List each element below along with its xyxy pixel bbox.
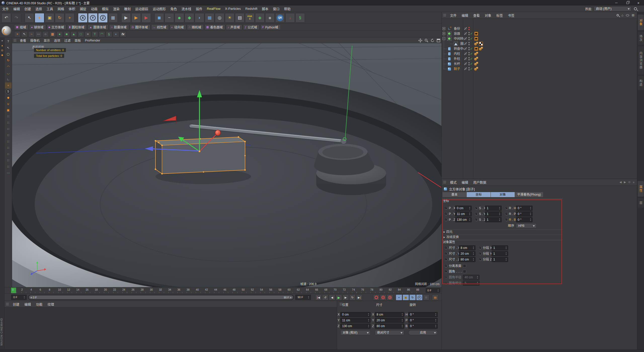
key-radio[interactable]: [444, 246, 448, 249]
mograph-button[interactable]: ~: [28, 31, 35, 37]
vp-menu-options[interactable]: 选项: [52, 38, 62, 43]
mode-button[interactable]: ∷: [5, 126, 12, 132]
close-button[interactable]: [633, 0, 644, 6]
menu-item[interactable]: 动画: [89, 6, 100, 11]
field-button[interactable]: ƒ公式域: [243, 24, 260, 30]
menu-item[interactable]: 流水线: [179, 6, 193, 11]
toolbar-button[interactable]: §: [295, 13, 305, 23]
menu-item[interactable]: 雕刻: [122, 6, 133, 11]
key-radio[interactable]: [475, 218, 478, 221]
phong-tag-icon[interactable]: [479, 47, 483, 51]
key-radio[interactable]: [505, 206, 508, 210]
menu-item[interactable]: 角色: [168, 6, 179, 11]
toolbar-button[interactable]: ▣: [45, 13, 54, 23]
py-field[interactable]: 11 cm: [455, 211, 472, 216]
field-button[interactable]: ▣组域: [14, 24, 28, 30]
field-button[interactable]: PPython域: [260, 24, 281, 30]
tab-takes[interactable]: 场次: [638, 32, 644, 45]
visibility-dots[interactable]: [468, 57, 470, 61]
segy-field[interactable]: 1: [492, 251, 508, 256]
mode-button[interactable]: ◠: [5, 64, 12, 70]
mode-button[interactable]: ∷: [5, 157, 12, 163]
am-menu-userdata[interactable]: 用户数据: [471, 180, 489, 185]
add-view-icon[interactable]: ⊞: [632, 13, 634, 17]
uvw-tag-icon[interactable]: [479, 42, 483, 46]
mode-button[interactable]: ↖: [5, 45, 12, 51]
mode-button[interactable]: ∷: [5, 139, 12, 145]
sz-field[interactable]: 1: [485, 217, 502, 222]
vp-menu-panel[interactable]: 面板: [73, 38, 83, 43]
mograph-button[interactable]: ≈: [85, 31, 91, 37]
enabled-check-icon[interactable]: [470, 47, 473, 51]
vp-menu-camera[interactable]: 摄像机: [28, 38, 42, 43]
menu-item[interactable]: 体积: [66, 6, 77, 11]
menu-item[interactable]: 网格: [55, 6, 66, 11]
segx-field[interactable]: 1: [492, 245, 508, 250]
menu-item[interactable]: X-Particles: [223, 7, 243, 11]
menu-item[interactable]: 渲染: [111, 6, 122, 11]
home-icon[interactable]: ⌂: [621, 13, 623, 17]
toolbar-button[interactable]: ◈: [255, 13, 265, 23]
toolbar-button[interactable]: ~: [165, 13, 174, 23]
ruler-frame-spinner[interactable]: 0 F: [426, 288, 440, 293]
mat-menu-edit[interactable]: 编辑: [22, 302, 33, 306]
mode-button[interactable]: ∷: [5, 113, 12, 119]
menu-item[interactable]: 模拟: [100, 6, 111, 11]
separate-surfaces-checkbox[interactable]: [463, 264, 466, 268]
object-row-turntable[interactable]: 中间转盘: [442, 36, 637, 41]
field-button[interactable]: ◎圆环体域: [130, 24, 150, 30]
toolbar-button[interactable]: ▦: [205, 13, 214, 23]
tab-content-browser[interactable]: 内容浏览器: [638, 46, 644, 74]
field-button[interactable]: ■立方体域: [47, 24, 67, 30]
key-radio[interactable]: [444, 270, 448, 273]
mograph-button[interactable]: ■: [63, 31, 70, 37]
vp-menu-prorender[interactable]: ProRender: [83, 39, 102, 42]
key-radio[interactable]: [444, 252, 448, 255]
menu-item[interactable]: 运动图形: [150, 6, 168, 11]
keying-toggle-button[interactable]: ∷: [423, 294, 429, 300]
key-radio[interactable]: [478, 246, 482, 249]
freeze-transform-section[interactable]: 冻结变换: [442, 235, 562, 239]
om-menu-edit[interactable]: 编辑: [459, 13, 471, 18]
transport-button[interactable]: ↻: [349, 294, 356, 300]
sizez-field[interactable]: 80 cm: [459, 257, 475, 262]
object-row-container[interactable]: 容器: [442, 31, 637, 36]
key-radio[interactable]: [444, 206, 448, 210]
collapse-icon[interactable]: [442, 37, 445, 40]
range-bar[interactable]: 0 F 90 F: [29, 295, 293, 299]
interface-select[interactable]: 启动 (用户): [594, 6, 631, 11]
mograph-button[interactable]: ×: [14, 31, 21, 37]
mograph-button[interactable]: §: [106, 31, 112, 37]
pz-field[interactable]: 130 cm: [455, 217, 472, 222]
visibility-dots[interactable]: [468, 37, 470, 41]
object-row-cylinder[interactable]: 圆柱: [442, 41, 637, 46]
mode-button[interactable]: +: [5, 82, 12, 89]
eye-icon[interactable]: [626, 14, 629, 16]
panel-handle-icon[interactable]: [443, 14, 446, 16]
object-row-hub[interactable]: 转盘中心: [442, 46, 637, 51]
zoom-view-icon[interactable]: [424, 38, 428, 42]
mode-button[interactable]: ∷: [5, 151, 12, 157]
pos-x-field[interactable]: 0 cm: [340, 312, 371, 317]
px-field[interactable]: 0 cm: [455, 206, 472, 211]
vp-menu-view[interactable]: 查看: [18, 38, 28, 43]
mode-button[interactable]: ∷: [5, 132, 12, 138]
viewport[interactable]: 查看 摄像机 显示 选项 过滤 面板 ProRender: [12, 38, 441, 287]
material-list-area[interactable]: [5, 307, 337, 350]
toolbar-button[interactable]: ●: [265, 13, 275, 23]
expand-icon[interactable]: [442, 32, 445, 35]
toolbar-button[interactable]: QR: [275, 13, 285, 23]
menu-item[interactable]: RealFlow: [205, 7, 223, 11]
toolbar-button[interactable]: ●: [175, 13, 184, 23]
mat-menu-create[interactable]: 创建: [10, 302, 22, 306]
mograph-button[interactable]: □: [77, 31, 84, 37]
phong-tag-icon[interactable]: [474, 62, 478, 66]
tab-basic[interactable]: 基本: [442, 192, 466, 197]
om-menu-bookmark[interactable]: 书签: [505, 13, 517, 18]
toolbar-button[interactable]: ▶: [131, 13, 141, 23]
key-radio[interactable]: [444, 218, 448, 221]
apply-button[interactable]: 应用: [408, 330, 438, 335]
toolbar-button[interactable]: ▤: [235, 13, 245, 23]
menu-item[interactable]: 创建: [22, 6, 33, 11]
size-y-field[interactable]: 20 cm: [375, 318, 404, 323]
